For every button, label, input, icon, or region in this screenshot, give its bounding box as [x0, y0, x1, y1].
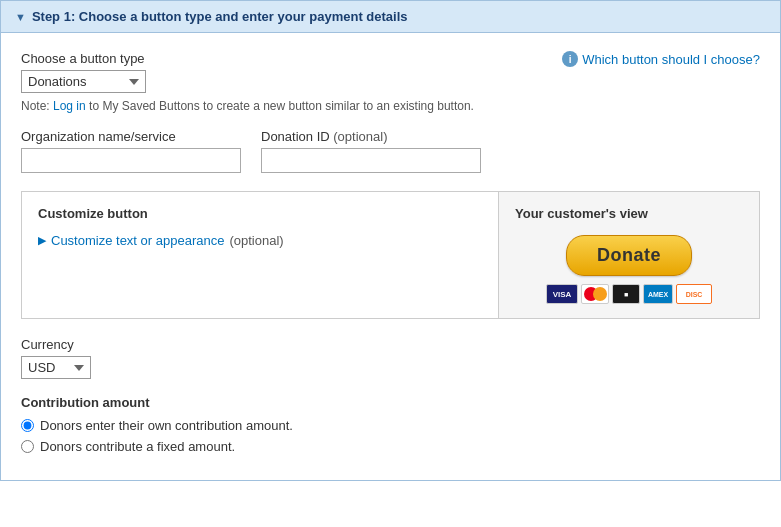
note-prefix: Note:: [21, 99, 53, 113]
customize-title: Customize button: [38, 206, 482, 221]
donation-id-input[interactable]: [261, 148, 481, 173]
discover-icon: DISC: [676, 284, 712, 304]
customize-area: Customize button ▶ Customize text or app…: [21, 191, 760, 319]
customer-view: Your customer's view Donate VISA ■ AMEX …: [499, 192, 759, 318]
fields-row: Organization name/service Donation ID (o…: [21, 129, 760, 173]
radio-own-input[interactable]: [21, 419, 34, 432]
radio-own-label: Donors enter their own contribution amou…: [40, 418, 293, 433]
note-row: Note: Log in to My Saved Buttons to crea…: [21, 99, 760, 113]
button-type-select[interactable]: Buy Now Add to Cart Donations Subscripti…: [21, 70, 146, 93]
mc-orange: [593, 287, 607, 301]
customize-link[interactable]: Customize text or appearance: [51, 233, 224, 248]
donation-id-field-group: Donation ID (optional): [261, 129, 481, 173]
currency-select[interactable]: USD EUR GBP CAD AUD: [21, 356, 91, 379]
which-button-right: i Which button should I choose?: [562, 51, 760, 67]
note-suffix: to My Saved Buttons to create a new butt…: [86, 99, 474, 113]
login-link[interactable]: Log in: [53, 99, 86, 113]
step-header: ▼ Step 1: Choose a button type and enter…: [0, 0, 781, 33]
customer-view-content: Donate VISA ■ AMEX DISC: [515, 235, 743, 304]
customize-optional: (optional): [229, 233, 283, 248]
contribution-title: Contribution amount: [21, 395, 760, 410]
mastercard-icon: [581, 284, 609, 304]
visa-icon: VISA: [546, 284, 578, 304]
org-name-label: Organization name/service: [21, 129, 241, 144]
donate-preview-button[interactable]: Donate: [566, 235, 692, 276]
mc-circles: [584, 287, 607, 301]
org-name-input[interactable]: [21, 148, 241, 173]
customize-link-row: ▶ Customize text or appearance (optional…: [38, 233, 482, 248]
currency-label: Currency: [21, 337, 760, 352]
collapse-arrow-icon[interactable]: ▼: [15, 11, 26, 23]
card-icons: VISA ■ AMEX DISC: [546, 284, 712, 304]
step-content: Choose a button type Buy Now Add to Cart…: [0, 33, 781, 481]
choose-button-left: Choose a button type Buy Now Add to Cart…: [21, 51, 146, 93]
which-button-link[interactable]: i Which button should I choose?: [562, 51, 760, 67]
customize-arrow-icon: ▶: [38, 234, 46, 247]
donation-id-label: Donation ID (optional): [261, 129, 481, 144]
choose-button-row: Choose a button type Buy Now Add to Cart…: [21, 51, 760, 93]
radio-fixed-input[interactable]: [21, 440, 34, 453]
org-name-field-group: Organization name/service: [21, 129, 241, 173]
customer-view-title: Your customer's view: [515, 206, 648, 221]
currency-section: Currency USD EUR GBP CAD AUD: [21, 337, 760, 379]
customize-left: Customize button ▶ Customize text or app…: [22, 192, 499, 318]
radio-own-row: Donors enter their own contribution amou…: [21, 418, 760, 433]
step-title: Step 1: Choose a button type and enter y…: [32, 9, 408, 24]
radio-fixed-row: Donors contribute a fixed amount.: [21, 439, 760, 454]
choose-button-label: Choose a button type: [21, 51, 146, 66]
info-icon: i: [562, 51, 578, 67]
radio-fixed-label: Donors contribute a fixed amount.: [40, 439, 235, 454]
maestro-icon: ■: [612, 284, 640, 304]
contribution-section: Contribution amount Donors enter their o…: [21, 395, 760, 454]
amex-icon: AMEX: [643, 284, 673, 304]
